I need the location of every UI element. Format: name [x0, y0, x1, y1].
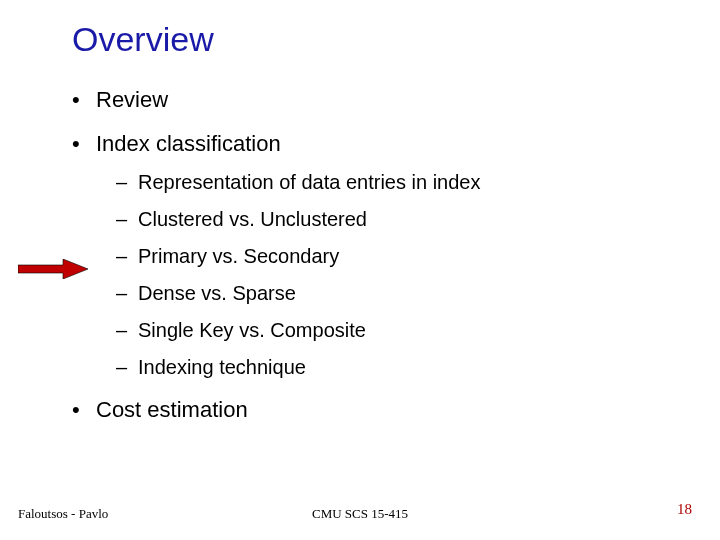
bullet-review: Review: [72, 87, 720, 113]
sub-text: Single Key vs. Composite: [138, 319, 366, 341]
sub-item: Representation of data entries in index: [96, 171, 720, 194]
sub-text: Clustered vs. Unclustered: [138, 208, 367, 230]
sub-text: Representation of data entries in index: [138, 171, 480, 193]
sub-item: Dense vs. Sparse: [96, 282, 720, 305]
footer-left: Faloutsos - Pavlo: [18, 506, 108, 522]
sub-text: Primary vs. Secondary: [138, 245, 339, 267]
sub-text: Dense vs. Sparse: [138, 282, 296, 304]
sub-text: Indexing technique: [138, 356, 306, 378]
bullet-index-classification: Index classification Representation of d…: [72, 131, 720, 379]
svg-marker-0: [18, 259, 88, 279]
bullet-text: Review: [96, 87, 168, 112]
bullet-cost-estimation: Cost estimation: [72, 397, 720, 423]
slide-title: Overview: [72, 20, 720, 59]
bullet-text: Index classification: [96, 131, 281, 156]
bullet-text: Cost estimation: [96, 397, 248, 422]
slide: Overview Review Index classification Rep…: [0, 0, 720, 540]
sub-item: Indexing technique: [96, 356, 720, 379]
sub-item: Primary vs. Secondary: [96, 245, 720, 268]
sub-item: Clustered vs. Unclustered: [96, 208, 720, 231]
sub-list: Representation of data entries in index …: [96, 171, 720, 379]
sub-item: Single Key vs. Composite: [96, 319, 720, 342]
bullet-list: Review Index classification Representati…: [72, 87, 720, 423]
footer-right: 18: [677, 501, 692, 518]
arrow-icon: [18, 259, 88, 283]
footer-center: CMU SCS 15-415: [312, 506, 408, 522]
